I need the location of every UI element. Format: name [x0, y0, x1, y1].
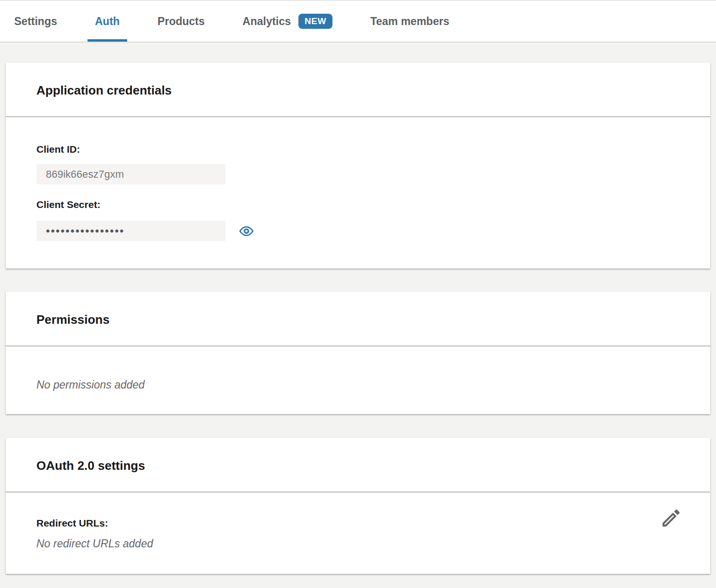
redirect-urls-label: Redirect URLs:	[36, 518, 680, 529]
tab-team-members[interactable]: Team members	[363, 1, 457, 42]
permissions-card: Permissions No permissions added	[6, 292, 710, 414]
tab-bar: Settings Auth Products Analytics NEW Tea…	[0, 0, 716, 43]
redirect-urls-empty-state: No redirect URLs added	[36, 537, 680, 550]
permissions-body: No permissions added	[6, 346, 710, 414]
client-id-field[interactable]: 869ik66esz7gxm	[36, 164, 226, 184]
client-secret-row: ••••••••••••••••	[36, 210, 680, 241]
permissions-empty-state: No permissions added	[36, 379, 680, 391]
tab-analytics-label: Analytics	[243, 15, 291, 28]
pencil-icon	[660, 507, 682, 529]
application-credentials-body: Client ID: 869ik66esz7gxm Client Secret:…	[6, 117, 710, 268]
new-badge: NEW	[298, 14, 332, 29]
client-secret-field[interactable]: ••••••••••••••••	[36, 221, 226, 241]
tab-auth[interactable]: Auth	[87, 1, 127, 42]
tab-products[interactable]: Products	[150, 1, 212, 42]
tab-settings[interactable]: Settings	[7, 1, 65, 42]
eye-icon	[238, 224, 255, 239]
client-secret-label: Client Secret:	[36, 199, 680, 210]
permissions-title: Permissions	[6, 292, 710, 346]
client-id-label: Client ID:	[36, 144, 680, 155]
oauth-settings-body: Redirect URLs: No redirect URLs added	[6, 493, 710, 574]
oauth-settings-title: OAuth 2.0 settings	[6, 438, 710, 493]
tab-analytics[interactable]: Analytics NEW	[235, 1, 340, 42]
oauth-settings-card: OAuth 2.0 settings Redirect URLs: No red…	[6, 438, 710, 574]
application-credentials-title: Application credentials	[6, 62, 710, 117]
reveal-secret-button[interactable]	[238, 224, 255, 239]
application-credentials-card: Application credentials Client ID: 869ik…	[6, 62, 710, 268]
edit-redirect-urls-button[interactable]	[660, 507, 682, 529]
